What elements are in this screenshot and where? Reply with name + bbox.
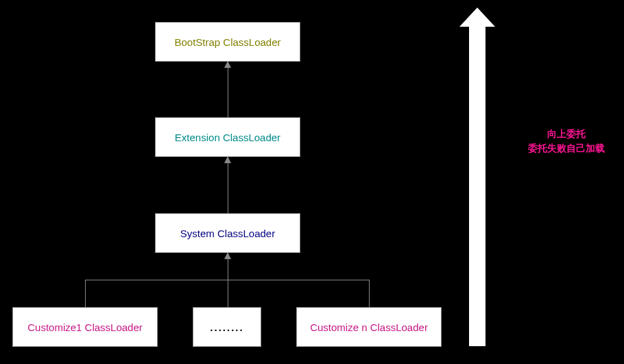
node-customize1: Customize1 ClassLoader	[12, 307, 158, 347]
connector-right	[369, 280, 370, 307]
node-system: System ClassLoader	[155, 213, 300, 253]
node-customize-n: Customize n ClassLoader	[296, 307, 442, 347]
arrow-extension-to-bootstrap	[228, 62, 228, 117]
connector-horizontal	[85, 280, 369, 280]
annotation-text: 向上委托 委托失败自己加载	[518, 127, 614, 156]
node-bootstrap: BootStrap ClassLoader	[155, 22, 300, 62]
connector-left	[85, 280, 86, 307]
node-ellipsis: ........	[193, 307, 261, 347]
annotation-line1: 向上委托	[518, 127, 614, 141]
node-extension: Extension ClassLoader	[155, 117, 300, 157]
annotation-line2: 委托失败自己加载	[518, 141, 614, 156]
delegation-arrow-up	[469, 24, 485, 346]
arrow-system-to-extension	[228, 157, 228, 213]
